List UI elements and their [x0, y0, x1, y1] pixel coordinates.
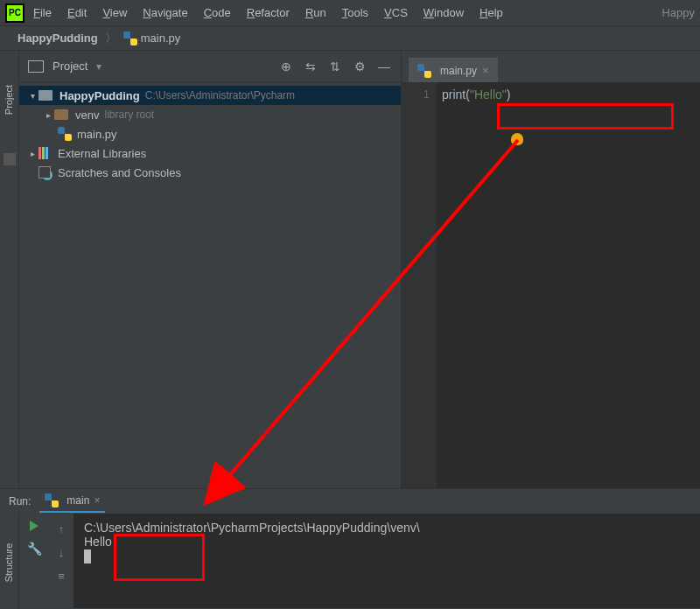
python-file-icon: [45, 494, 59, 508]
console-output[interactable]: C:\Users\Administrator\PycharmProjects\H…: [74, 514, 700, 608]
run-tab-label: main: [66, 494, 89, 507]
project-pane: Project ▾ ⊕ ⇆ ⇅ ⚙ — ▾ HappyPudding C:\Us…: [19, 51, 401, 488]
python-file-icon: [123, 32, 137, 46]
menu-window[interactable]: Window: [424, 6, 464, 19]
run-play-icon[interactable]: [30, 521, 38, 531]
run-header: Run: main ×: [0, 489, 700, 514]
console-line: Hello: [84, 535, 690, 549]
overflow-icon[interactable]: ≡: [58, 570, 65, 583]
editor-pane: main.py × 1 print("Hello"): [401, 51, 700, 488]
scratches-icon: [38, 166, 51, 178]
bottom-left-rail: Structure: [0, 514, 19, 608]
run-label: Run:: [9, 495, 31, 508]
menu-file[interactable]: File: [33, 6, 52, 19]
project-tree: ▾ HappyPudding C:\Users\Administrator\Py…: [19, 82, 401, 186]
tree-root-path: C:\Users\Administrator\Pycharm: [145, 89, 295, 102]
console-command: C:\Users\Administrator\PycharmProjects\H…: [84, 521, 690, 535]
project-header-label: Project: [52, 60, 88, 73]
breadcrumb-separator-icon: 〉: [105, 31, 116, 46]
tree-scratches[interactable]: Scratches and Consoles: [19, 163, 401, 182]
breadcrumb-file[interactable]: main.py: [141, 32, 181, 45]
wrench-icon[interactable]: 🔧: [27, 542, 42, 556]
tree-item-label: main.py: [77, 128, 117, 141]
code-token-fn: print: [442, 88, 466, 102]
line-number: 1: [402, 88, 430, 101]
menu-code[interactable]: Code: [204, 6, 231, 19]
python-file-icon: [58, 127, 72, 141]
menu-bar: PC File Edit View Navigate Code Refactor…: [0, 0, 700, 26]
dropdown-icon[interactable]: ▾: [96, 60, 102, 73]
editor-tabs: main.py ×: [402, 51, 700, 82]
tree-mainpy[interactable]: main.py: [19, 124, 401, 144]
editor-tab-main[interactable]: main.py ×: [409, 58, 498, 82]
tree-root[interactable]: ▾ HappyPudding C:\Users\Administrator\Py…: [19, 86, 401, 105]
gear-icon[interactable]: ⚙: [352, 59, 368, 74]
menu-refactor[interactable]: Refactor: [247, 6, 290, 19]
menu-tools[interactable]: Tools: [342, 6, 368, 19]
menu-navigate[interactable]: Navigate: [143, 6, 187, 19]
run-toolbar-2: ↑ ↓ ≡: [49, 514, 74, 608]
close-icon[interactable]: ×: [482, 64, 489, 77]
menu-edit[interactable]: Edit: [67, 6, 87, 19]
window-title: Happy: [662, 6, 695, 19]
folder-icon: [38, 90, 52, 101]
down-arrow-icon[interactable]: ↓: [59, 546, 65, 559]
code-area[interactable]: print("Hello"): [437, 82, 700, 488]
breadcrumb-project[interactable]: HappyPudding: [18, 32, 98, 45]
menu-run[interactable]: Run: [305, 6, 326, 19]
left-tool-rail: Project: [0, 51, 19, 488]
up-arrow-icon[interactable]: ↑: [59, 522, 65, 536]
editor-body[interactable]: 1 print("Hello"): [402, 82, 700, 488]
libraries-icon: [38, 147, 51, 159]
folder-icon: [54, 109, 68, 120]
minimize-icon[interactable]: —: [376, 59, 392, 74]
collapse-icon[interactable]: ⇅: [327, 59, 343, 74]
locate-icon[interactable]: ⊕: [278, 59, 294, 74]
editor-tab-label: main.py: [440, 65, 477, 77]
run-panel: Run: main × Structure 🔧 ↑ ↓ ≡ C:\Users\A…: [0, 488, 700, 608]
python-file-icon: [417, 64, 431, 78]
project-view-icon: [28, 60, 44, 73]
tree-external-libraries[interactable]: ▸ External Libraries: [19, 144, 401, 163]
menu-vcs[interactable]: VCS: [384, 6, 408, 19]
chevron-right-icon: ▸: [42, 110, 54, 120]
chevron-right-icon: ▸: [26, 149, 38, 158]
run-tab-main[interactable]: main ×: [39, 490, 105, 513]
tree-item-label: Scratches and Consoles: [58, 166, 181, 179]
pycharm-logo-icon: PC: [5, 4, 24, 23]
tree-item-label: External Libraries: [58, 147, 146, 160]
menu-view[interactable]: View: [102, 6, 127, 19]
project-tool-tab[interactable]: Project: [4, 85, 15, 115]
tree-venv[interactable]: ▸ venv library root: [19, 105, 401, 124]
tree-item-label: venv: [75, 108, 99, 122]
menu-help[interactable]: Help: [480, 6, 503, 19]
cursor-icon: [84, 550, 91, 564]
editor-gutter: 1: [402, 82, 437, 488]
tree-root-name: HappyPudding: [60, 89, 140, 102]
expand-icon[interactable]: ⇆: [303, 59, 318, 74]
chevron-down-icon: ▾: [26, 91, 38, 101]
close-icon[interactable]: ×: [94, 494, 100, 507]
tool-tab-icon[interactable]: [4, 153, 16, 165]
run-toolbar: 🔧: [19, 514, 49, 608]
structure-tool-tab[interactable]: Structure: [4, 543, 15, 583]
code-token-str: "Hello": [470, 88, 507, 102]
tree-item-hint: library root: [104, 108, 154, 121]
project-pane-header: Project ▾ ⊕ ⇆ ⇅ ⚙ —: [19, 51, 401, 82]
intention-bulb-icon[interactable]: [511, 133, 523, 145]
breadcrumb: HappyPudding 〉 main.py: [0, 26, 700, 51]
